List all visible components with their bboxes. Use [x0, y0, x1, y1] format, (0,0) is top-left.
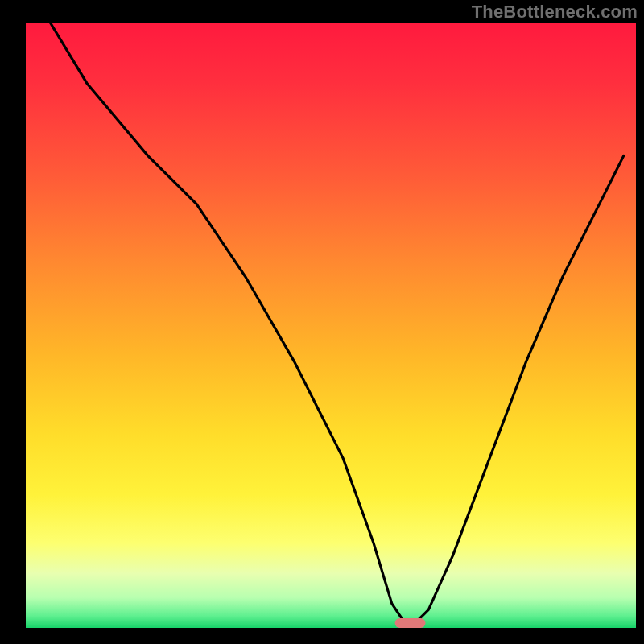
watermark-text: TheBottleneck.com — [472, 2, 638, 23]
gradient-background — [26, 23, 636, 628]
chart-svg — [0, 0, 644, 644]
chart-frame: TheBottleneck.com — [0, 0, 644, 644]
optimal-marker — [395, 618, 426, 628]
